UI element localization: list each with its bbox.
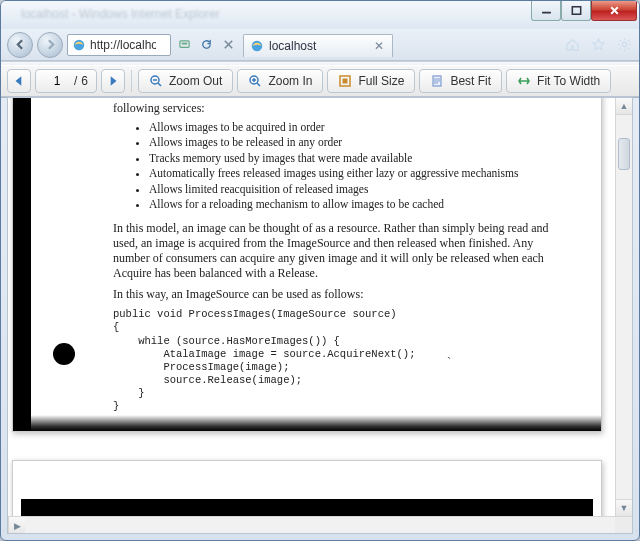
code-block: public void ProcessImages(ImageSource so… <box>113 308 561 413</box>
triangle-left-icon <box>12 74 26 88</box>
command-bar-right <box>563 36 633 54</box>
tab-title: localhost <box>269 39 316 53</box>
window-title: localhost - Windows Internet Explorer <box>21 7 220 21</box>
refresh-button[interactable] <box>197 36 215 54</box>
home-icon <box>565 37 580 52</box>
sheet-bottom-shadow <box>21 415 601 431</box>
full-size-button[interactable]: Full Size <box>327 69 415 93</box>
horizontal-scrollbar[interactable]: ◀ ▶ <box>8 516 632 533</box>
compat-icon <box>178 38 191 51</box>
zoom-out-label: Zoom Out <box>169 74 222 88</box>
svg-rect-9 <box>343 79 348 84</box>
minimize-icon <box>541 5 552 16</box>
list-item: Allows images to be acquired in order <box>149 120 561 134</box>
zoom-in-label: Zoom In <box>268 74 312 88</box>
tab-close-icon[interactable]: ✕ <box>374 39 384 53</box>
page-indicator[interactable]: / 6 <box>35 69 97 93</box>
home-button[interactable] <box>563 36 581 54</box>
ie-icon <box>250 39 264 53</box>
next-page-button[interactable] <box>101 69 125 93</box>
url-input[interactable] <box>90 38 156 52</box>
tools-button[interactable] <box>615 36 633 54</box>
scan-left-edge <box>13 98 31 431</box>
zoom-in-button[interactable]: Zoom In <box>237 69 323 93</box>
forward-button[interactable] <box>37 32 63 58</box>
page-sep: / <box>74 74 77 88</box>
paragraph-1: In this model, an image can be thought o… <box>113 221 561 281</box>
zoom-out-button[interactable]: Zoom Out <box>138 69 233 93</box>
gear-icon <box>617 37 632 52</box>
zoom-out-icon <box>149 74 163 88</box>
scroll-thumb-v[interactable] <box>618 138 630 170</box>
ie-window: localhost - Windows Internet Explorer <box>0 0 640 541</box>
scroll-corner <box>615 517 632 534</box>
list-item: Allows images to be released in any orde… <box>149 135 561 149</box>
vertical-scrollbar[interactable]: ▲ ▼ <box>615 98 632 516</box>
document-content: following services: Allows images to be … <box>13 98 601 431</box>
back-arrow-icon <box>14 38 27 51</box>
svg-rect-0 <box>572 7 580 14</box>
scroll-right-button[interactable]: ▶ <box>8 517 25 534</box>
stop-button[interactable] <box>219 36 237 54</box>
list-item: Allows limited reacquisition of released… <box>149 182 561 196</box>
favorites-button[interactable] <box>589 36 607 54</box>
prev-page-button[interactable] <box>7 69 31 93</box>
zoom-in-icon <box>248 74 262 88</box>
back-button[interactable] <box>7 32 33 58</box>
best-fit-button[interactable]: Best Fit <box>419 69 502 93</box>
forward-arrow-icon <box>44 38 57 51</box>
full-size-label: Full Size <box>358 74 404 88</box>
maximize-icon <box>571 5 582 16</box>
close-icon <box>609 5 620 16</box>
viewer-toolbar: / 6 Zoom Out Zoom In Full Size Best Fi <box>1 65 639 97</box>
page-gap <box>8 444 598 460</box>
fit-to-width-label: Fit To Width <box>537 74 600 88</box>
scroll-up-button[interactable]: ▲ <box>616 98 632 115</box>
tab-localhost[interactable]: localhost ✕ <box>243 34 393 57</box>
scroll-down-button[interactable]: ▼ <box>616 499 632 516</box>
fit-to-width-button[interactable]: Fit To Width <box>506 69 611 93</box>
services-list: Allows images to be acquired in order Al… <box>149 120 561 211</box>
triangle-right-icon <box>106 74 120 88</box>
stop-icon <box>222 38 235 51</box>
lead-in-text: following services: <box>113 101 205 115</box>
page-2-sheet <box>12 460 602 516</box>
svg-point-1 <box>74 39 85 50</box>
scan-black-band <box>21 499 593 516</box>
page-1-sheet: following services: Allows images to be … <box>12 98 602 432</box>
close-button[interactable] <box>591 1 637 21</box>
document-viewer: following services: Allows images to be … <box>7 97 633 534</box>
maximize-button[interactable] <box>561 1 591 21</box>
address-bar[interactable] <box>67 34 171 56</box>
nav-row: localhost ✕ <box>1 29 639 61</box>
titlebar: localhost - Windows Internet Explorer <box>1 1 639 29</box>
viewer-host: / 6 Zoom Out Zoom In Full Size Best Fi <box>1 61 639 98</box>
page-area[interactable]: following services: Allows images to be … <box>8 98 615 516</box>
svg-point-5 <box>622 42 626 46</box>
star-icon <box>591 37 606 52</box>
page-current-input[interactable] <box>44 74 70 88</box>
list-item: Tracks memory used by images that were m… <box>149 151 561 165</box>
fit-to-width-icon <box>517 74 531 88</box>
list-item: Automatically frees released images usin… <box>149 166 561 180</box>
list-item: Allows for a reloading mechanism to allo… <box>149 197 561 211</box>
svg-rect-3 <box>181 43 187 45</box>
compat-view-button[interactable] <box>175 36 193 54</box>
ie-icon <box>72 38 86 52</box>
refresh-icon <box>200 38 213 51</box>
full-size-icon <box>338 74 352 88</box>
hole-punch-icon <box>53 343 75 365</box>
stray-mark: ` <box>447 355 451 370</box>
tab-strip: localhost ✕ <box>243 33 393 57</box>
page-total: 6 <box>81 74 88 88</box>
best-fit-icon <box>430 74 444 88</box>
svg-point-4 <box>252 40 263 51</box>
minimize-button[interactable] <box>531 1 561 21</box>
best-fit-label: Best Fit <box>450 74 491 88</box>
paragraph-2: In this way, an ImageSource can be used … <box>113 287 561 302</box>
